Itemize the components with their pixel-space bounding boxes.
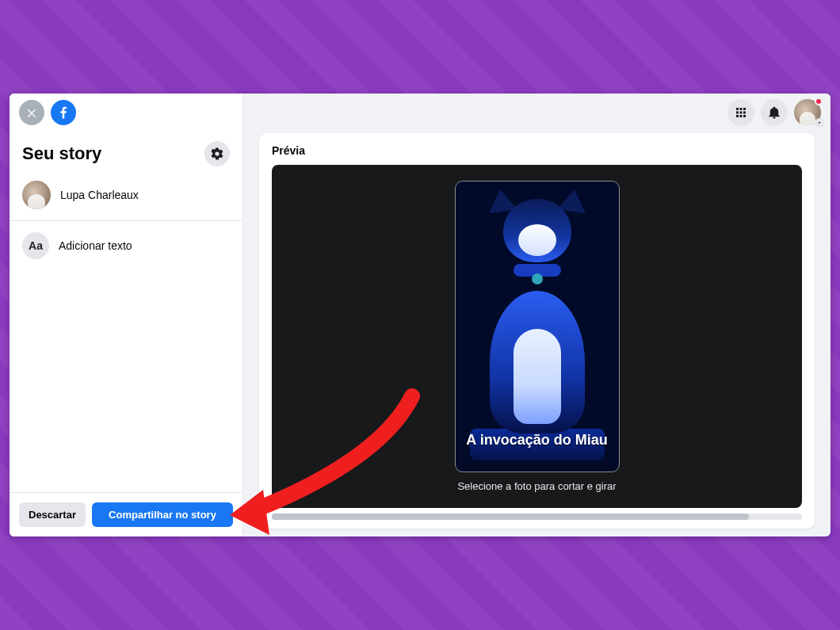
preview-title: Prévia [272, 144, 802, 157]
notification-dot-icon [815, 97, 823, 105]
sidebar-header [10, 94, 242, 132]
close-button[interactable] [19, 100, 44, 125]
apps-menu-button[interactable] [727, 99, 754, 126]
preview-hint: Selecione a foto para cortar e girar [457, 480, 616, 492]
story-frame[interactable]: A invocação do Miau [455, 181, 620, 472]
story-settings-button[interactable] [204, 141, 230, 166]
story-image [456, 181, 619, 472]
global-header-actions [243, 94, 830, 132]
share-story-button[interactable]: Compartilhar no story [92, 502, 233, 527]
story-sidebar: Seu story Lupa Charleaux Aa Adicionar te… [10, 94, 243, 536]
main-content: Prévia [243, 94, 830, 536]
story-text-overlay[interactable]: A invocação do Miau [458, 431, 615, 472]
text-icon: Aa [22, 232, 49, 259]
account-button[interactable] [794, 99, 821, 126]
gear-icon [210, 147, 224, 161]
sidebar-footer: Descartar Compartilhar no story [10, 492, 242, 536]
facebook-icon [55, 105, 71, 120]
close-icon [25, 106, 38, 119]
preview-card: Prévia [259, 133, 815, 529]
chevron-down-icon [816, 120, 823, 126]
discard-button[interactable]: Descartar [19, 502, 86, 527]
app-frame: Seu story Lupa Charleaux Aa Adicionar te… [10, 94, 830, 536]
preview-stage[interactable]: A invocação do Miau Selecione a foto par… [272, 165, 802, 508]
horizontal-scrollbar[interactable] [272, 513, 802, 521]
bell-icon [767, 105, 781, 120]
story-user-row[interactable]: Lupa Charleaux [10, 173, 242, 220]
add-text-label: Adicionar texto [59, 239, 132, 252]
apps-grid-icon [734, 105, 748, 120]
add-text-option[interactable]: Aa Adicionar texto [10, 221, 242, 270]
user-name: Lupa Charleaux [60, 189, 139, 201]
avatar [22, 181, 51, 209]
account-chevron [815, 118, 824, 128]
facebook-logo[interactable] [51, 100, 76, 125]
sidebar-title: Seu story [22, 143, 101, 164]
notifications-button[interactable] [761, 99, 788, 126]
